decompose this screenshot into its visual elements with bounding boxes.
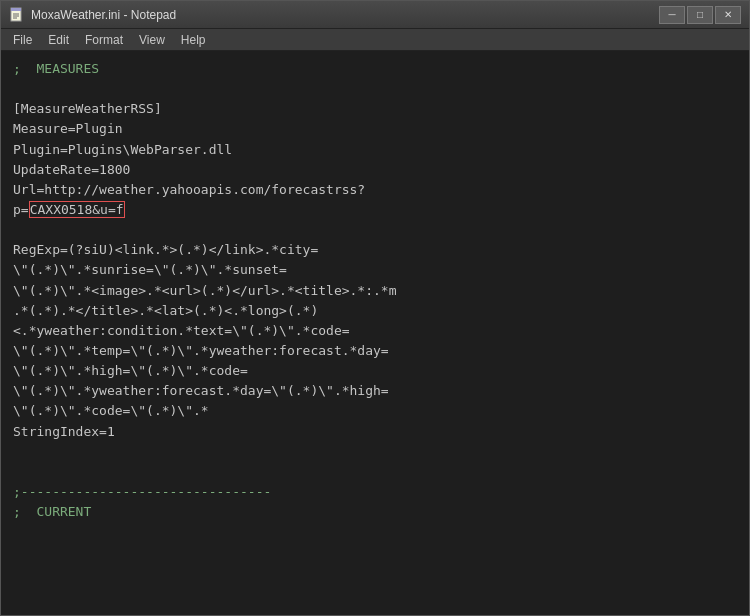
close-button[interactable]: ✕ bbox=[715, 6, 741, 24]
url-highlight: CAXX0518&u=f bbox=[29, 201, 125, 218]
menu-view[interactable]: View bbox=[131, 29, 173, 50]
menu-bar: File Edit Format View Help bbox=[1, 29, 749, 51]
menu-format[interactable]: Format bbox=[77, 29, 131, 50]
window-controls: ─ □ ✕ bbox=[659, 6, 741, 24]
notepad-icon bbox=[9, 7, 25, 23]
editor-content: ; MEASURES [MeasureWeatherRSS] Measure=P… bbox=[13, 59, 737, 522]
maximize-button[interactable]: □ bbox=[687, 6, 713, 24]
title-bar: MoxaWeather.ini - Notepad ─ □ ✕ bbox=[1, 1, 749, 29]
title-bar-left: MoxaWeather.ini - Notepad bbox=[9, 7, 176, 23]
minimize-button[interactable]: ─ bbox=[659, 6, 685, 24]
menu-file[interactable]: File bbox=[5, 29, 40, 50]
menu-help[interactable]: Help bbox=[173, 29, 214, 50]
menu-edit[interactable]: Edit bbox=[40, 29, 77, 50]
window-title: MoxaWeather.ini - Notepad bbox=[31, 8, 176, 22]
notepad-window: MoxaWeather.ini - Notepad ─ □ ✕ File Edi… bbox=[0, 0, 750, 616]
svg-rect-1 bbox=[11, 8, 21, 11]
editor-area[interactable]: ; MEASURES [MeasureWeatherRSS] Measure=P… bbox=[1, 51, 749, 615]
comment-measures: ; MEASURES bbox=[13, 61, 99, 76]
